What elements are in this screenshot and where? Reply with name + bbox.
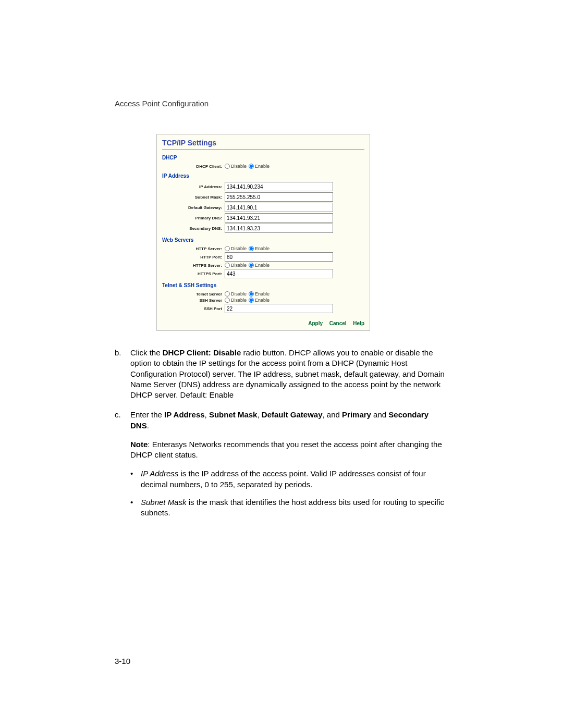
dhcp-enable-radio[interactable]: Enable [249, 164, 270, 169]
section-telnet: Telnet & SSH Settings [162, 282, 364, 288]
ip-address-label: IP Address: [173, 184, 225, 189]
help-button[interactable]: Help [353, 320, 364, 326]
ssh-enable-radio[interactable]: Enable [249, 298, 270, 303]
http-server-label: HTTP Server: [173, 246, 225, 251]
http-enable-radio[interactable]: Enable [249, 246, 270, 251]
http-disable-radio[interactable]: Disable [225, 246, 247, 251]
bullet-icon: • [130, 497, 141, 519]
step-b-marker: b. [115, 348, 130, 400]
dhcp-disable-radio[interactable]: Disable [225, 164, 247, 169]
primary-dns-label: Primary DNS: [173, 216, 225, 220]
subnet-mask-input[interactable] [225, 192, 333, 202]
https-enable-radio[interactable]: Enable [249, 263, 270, 268]
telnet-server-label: Telnet Server [173, 292, 225, 297]
https-port-input[interactable] [225, 269, 333, 278]
step-b-content: Click the DHCP Client: Disable radio but… [130, 348, 448, 400]
subnet-mask-label: Subnet Mask: [173, 195, 225, 200]
cancel-button[interactable]: Cancel [329, 320, 347, 326]
section-ip: IP Address [162, 173, 364, 179]
panel-title: TCP/IP Settings [162, 139, 364, 150]
ip-address-input[interactable] [225, 182, 333, 191]
https-disable-radio[interactable]: Disable [225, 263, 247, 268]
https-port-label: HTTPS Port: [173, 272, 225, 276]
default-gateway-label: Default Gateway: [173, 205, 225, 210]
page-number: 3-10 [115, 657, 130, 665]
bullet-icon: • [130, 468, 141, 490]
ssh-server-label: SSH Server [173, 298, 225, 303]
ssh-disable-radio[interactable]: Disable [225, 298, 247, 303]
telnet-enable-radio[interactable]: Enable [249, 291, 270, 297]
secondary-dns-label: Secondary DNS: [173, 226, 225, 231]
action-bar: Apply Cancel Help [162, 320, 364, 326]
tcpip-panel: TCP/IP Settings DHCP DHCP Client: Disabl… [156, 134, 370, 331]
page-header: Access Point Configuration [115, 99, 448, 108]
primary-dns-input[interactable] [225, 213, 333, 223]
section-dhcp: DHCP [162, 155, 364, 161]
default-gateway-input[interactable] [225, 203, 333, 212]
http-port-label: HTTP Port: [173, 255, 225, 260]
step-c-content: Enter the IP Address, Subnet Mask, Defau… [130, 410, 448, 525]
apply-button[interactable]: Apply [308, 320, 323, 326]
https-server-label: HTTPS Server: [173, 263, 225, 268]
step-c-marker: c. [115, 410, 130, 525]
telnet-disable-radio[interactable]: Disable [225, 291, 247, 297]
ssh-port-label: SSH Port [173, 306, 225, 311]
ssh-port-input[interactable] [225, 304, 333, 313]
secondary-dns-input[interactable] [225, 224, 333, 233]
body-text: b. Click the DHCP Client: Disable radio … [115, 348, 448, 525]
section-web: Web Servers [162, 237, 364, 243]
http-port-input[interactable] [225, 252, 333, 262]
dhcp-client-label: DHCP Client: [173, 164, 225, 169]
